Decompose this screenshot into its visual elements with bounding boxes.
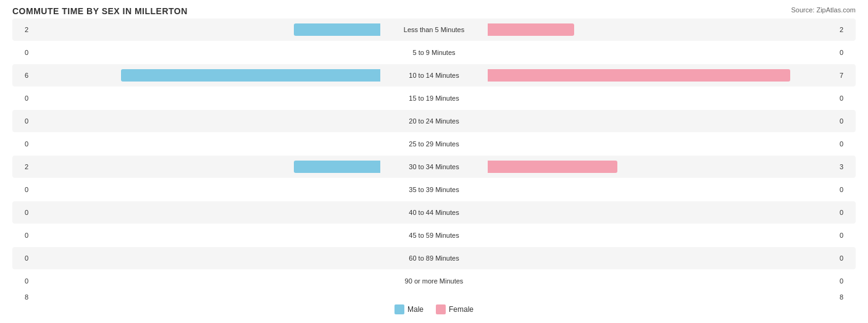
female-bar-wrap — [486, 23, 837, 36]
chart-body: 2 Less than 5 Minutes 2 0 5 to 9 Minutes… — [12, 19, 856, 292]
female-value: 7 — [837, 72, 856, 79]
bars-area: 10 to 14 Minutes — [31, 64, 837, 86]
female-bar-wrap — [486, 160, 837, 174]
row-label: 35 to 39 Minutes — [382, 186, 486, 193]
row-label: 15 to 19 Minutes — [382, 94, 486, 102]
female-bar — [488, 23, 574, 36]
female-value: 0 — [837, 254, 856, 262]
row-label: 5 to 9 Minutes — [382, 49, 486, 56]
male-value: 0 — [12, 49, 31, 56]
male-label: Male — [407, 305, 424, 314]
row-label: 45 to 59 Minutes — [382, 232, 486, 239]
male-value: 2 — [12, 163, 31, 170]
male-value: 0 — [12, 254, 31, 262]
chart-row: 2 Less than 5 Minutes 2 — [12, 19, 856, 41]
female-bar-wrap — [486, 46, 837, 59]
bars-area: 60 to 89 Minutes — [31, 247, 837, 269]
female-bar-wrap — [486, 229, 837, 242]
chart-container: COMMUTE TIME BY SEX IN MILLERTON Source:… — [0, 0, 868, 323]
female-value: 0 — [837, 186, 856, 193]
bars-area: 25 to 29 Minutes — [31, 133, 837, 155]
bars-area: 90 or more Minutes — [31, 270, 837, 292]
female-bar-wrap — [486, 114, 837, 128]
male-bar-wrap — [31, 183, 382, 196]
row-label: 40 to 44 Minutes — [382, 209, 486, 216]
male-value: 0 — [12, 232, 31, 239]
female-bar — [488, 161, 617, 173]
male-bar-wrap — [31, 91, 382, 105]
bottom-right-val: 8 — [837, 293, 856, 301]
male-bar-wrap — [31, 69, 382, 82]
male-bar-wrap — [31, 229, 382, 242]
chart-row: 0 90 or more Minutes 0 — [12, 270, 856, 292]
male-swatch — [394, 304, 404, 314]
female-bar-wrap — [486, 183, 837, 196]
male-bar-wrap — [31, 160, 382, 174]
row-label: 25 to 29 Minutes — [382, 140, 486, 148]
male-bar-wrap — [31, 114, 382, 128]
male-value: 6 — [12, 72, 31, 79]
bottom-axis-row: 8 8 — [12, 293, 856, 301]
female-swatch — [436, 304, 446, 314]
row-label: 10 to 14 Minutes — [382, 72, 486, 79]
bars-area: 15 to 19 Minutes — [31, 87, 837, 109]
male-bar-wrap — [31, 46, 382, 59]
female-bar-wrap — [486, 91, 837, 105]
female-label: Female — [449, 305, 474, 314]
female-value: 0 — [837, 49, 856, 56]
chart-source: Source: ZipAtlas.com — [791, 6, 856, 14]
chart-row: 0 35 to 39 Minutes 0 — [12, 178, 856, 201]
bars-area: Less than 5 Minutes — [31, 19, 837, 41]
female-value: 0 — [837, 117, 856, 125]
female-bar — [488, 69, 790, 82]
row-label: Less than 5 Minutes — [382, 26, 486, 33]
male-bar — [294, 23, 380, 36]
female-value: 0 — [837, 232, 856, 239]
row-label: 60 to 89 Minutes — [382, 254, 486, 262]
chart-title: COMMUTE TIME BY SEX IN MILLERTON — [12, 6, 856, 16]
female-bar-wrap — [486, 251, 837, 265]
female-value: 0 — [837, 277, 856, 285]
male-bar — [121, 69, 380, 82]
female-bar-wrap — [486, 137, 837, 151]
male-bar-wrap — [31, 23, 382, 36]
chart-row: 0 60 to 89 Minutes 0 — [12, 247, 856, 269]
chart-row: 2 30 to 34 Minutes 3 — [12, 156, 856, 178]
chart-row: 0 15 to 19 Minutes 0 — [12, 87, 856, 109]
chart-row: 6 10 to 14 Minutes 7 — [12, 64, 856, 86]
bars-area: 35 to 39 Minutes — [31, 178, 837, 201]
row-label: 20 to 24 Minutes — [382, 117, 486, 125]
chart-row: 0 45 to 59 Minutes 0 — [12, 224, 856, 246]
male-value: 0 — [12, 117, 31, 125]
row-label: 90 or more Minutes — [382, 277, 486, 285]
chart-row: 0 20 to 24 Minutes 0 — [12, 110, 856, 132]
female-bar-wrap — [486, 274, 837, 288]
male-value: 0 — [12, 209, 31, 216]
bottom-left-val: 8 — [12, 293, 31, 301]
female-bar-wrap — [486, 206, 837, 219]
male-bar-wrap — [31, 251, 382, 265]
female-value: 0 — [837, 140, 856, 148]
bars-area: 30 to 34 Minutes — [31, 156, 837, 178]
legend: Male Female — [12, 304, 856, 314]
female-value: 0 — [837, 209, 856, 216]
male-bar-wrap — [31, 206, 382, 219]
bars-area: 5 to 9 Minutes — [31, 41, 837, 64]
chart-row: 0 40 to 44 Minutes 0 — [12, 201, 856, 224]
bars-area: 40 to 44 Minutes — [31, 201, 837, 224]
male-bar-wrap — [31, 274, 382, 288]
female-bar-wrap — [486, 69, 837, 82]
bars-area: 20 to 24 Minutes — [31, 110, 837, 132]
male-bar-wrap — [31, 137, 382, 151]
bars-area: 45 to 59 Minutes — [31, 224, 837, 246]
male-value: 0 — [12, 186, 31, 193]
legend-female: Female — [436, 304, 474, 314]
female-value: 3 — [837, 163, 856, 170]
row-label: 30 to 34 Minutes — [382, 163, 486, 170]
male-value: 2 — [12, 26, 31, 33]
chart-row: 0 5 to 9 Minutes 0 — [12, 41, 856, 64]
male-bar — [294, 161, 380, 173]
male-value: 0 — [12, 94, 31, 102]
male-value: 0 — [12, 277, 31, 285]
female-value: 2 — [837, 26, 856, 33]
